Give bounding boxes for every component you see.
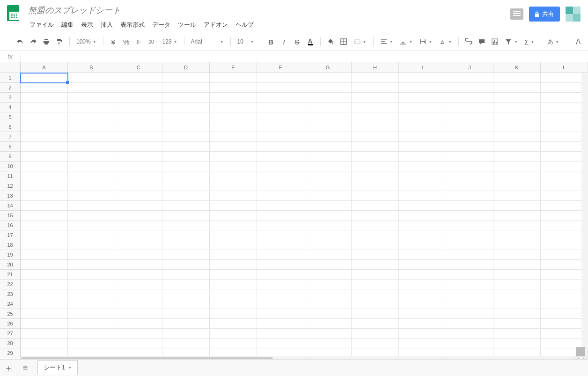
row-header-15[interactable]: 15 — [0, 211, 20, 221]
cell-B3[interactable] — [68, 93, 115, 103]
font-size-combo[interactable]: 10▼ — [235, 36, 257, 48]
cell-C19[interactable] — [115, 250, 162, 260]
cell-A24[interactable] — [21, 299, 68, 309]
borders-button[interactable] — [338, 36, 350, 48]
cell-K14[interactable] — [493, 201, 541, 211]
cell-F10[interactable] — [257, 162, 304, 171]
cell-E9[interactable] — [210, 152, 257, 162]
cell-B21[interactable] — [68, 270, 115, 280]
cell-D23[interactable] — [162, 289, 210, 299]
cell-E14[interactable] — [210, 201, 257, 211]
formula-input[interactable] — [21, 52, 588, 61]
cell-A7[interactable] — [21, 132, 68, 142]
cell-F20[interactable] — [257, 260, 304, 270]
cell-F6[interactable] — [257, 122, 304, 132]
cell-J4[interactable] — [446, 103, 493, 112]
cell-C25[interactable] — [115, 309, 162, 319]
cell-A18[interactable] — [21, 240, 68, 250]
cell-H25[interactable] — [352, 309, 399, 319]
cell-C16[interactable] — [115, 221, 162, 230]
cell-L19[interactable] — [541, 250, 588, 260]
cell-J8[interactable] — [446, 142, 493, 152]
cell-J25[interactable] — [446, 309, 493, 319]
cell-K27[interactable] — [493, 329, 541, 339]
cell-F19[interactable] — [257, 250, 304, 260]
cell-I18[interactable] — [399, 240, 446, 250]
cell-K20[interactable] — [493, 260, 541, 270]
row-header-17[interactable]: 17 — [0, 230, 20, 240]
cell-I24[interactable] — [399, 299, 446, 309]
cell-B22[interactable] — [68, 280, 115, 289]
cell-G22[interactable] — [304, 280, 352, 289]
cell-L3[interactable] — [541, 93, 588, 103]
cell-L11[interactable] — [541, 171, 588, 181]
cell-C22[interactable] — [115, 280, 162, 289]
cell-I16[interactable] — [399, 221, 446, 230]
cell-A5[interactable] — [21, 112, 68, 122]
cell-B28[interactable] — [68, 339, 115, 348]
cell-E17[interactable] — [210, 230, 257, 240]
cell-C3[interactable] — [115, 93, 162, 103]
cell-F13[interactable] — [257, 191, 304, 201]
cell-E11[interactable] — [210, 171, 257, 181]
row-header-10[interactable]: 10 — [0, 162, 20, 171]
cell-H11[interactable] — [352, 171, 399, 181]
add-sheet-button[interactable]: ＋ — [0, 360, 17, 376]
cell-F1[interactable] — [257, 73, 304, 83]
row-header-25[interactable]: 25 — [0, 309, 20, 319]
row-header-13[interactable]: 13 — [0, 191, 20, 201]
cell-B7[interactable] — [68, 132, 115, 142]
cell-K13[interactable] — [493, 191, 541, 201]
cell-A13[interactable] — [21, 191, 68, 201]
cell-F16[interactable] — [257, 221, 304, 230]
cell-B4[interactable] — [68, 103, 115, 112]
cell-J11[interactable] — [446, 171, 493, 181]
cell-B9[interactable] — [68, 152, 115, 162]
cell-J9[interactable] — [446, 152, 493, 162]
decrease-decimal-button[interactable]: .0← — [133, 36, 146, 48]
cell-F14[interactable] — [257, 201, 304, 211]
cell-A20[interactable] — [21, 260, 68, 270]
row-header-20[interactable]: 20 — [0, 260, 20, 270]
cell-C12[interactable] — [115, 181, 162, 191]
cell-K12[interactable] — [493, 181, 541, 191]
grid[interactable]: ABCDEFGHIJKL 123456789101112131415161718… — [0, 62, 588, 363]
cell-K21[interactable] — [493, 270, 541, 280]
cell-C9[interactable] — [115, 152, 162, 162]
cell-F23[interactable] — [257, 289, 304, 299]
cell-I28[interactable] — [399, 339, 446, 348]
cell-E5[interactable] — [210, 112, 257, 122]
row-header-12[interactable]: 12 — [0, 181, 20, 191]
cell-A4[interactable] — [21, 103, 68, 112]
cell-H6[interactable] — [352, 122, 399, 132]
ime-combo[interactable]: あ▼ — [545, 36, 562, 48]
col-header-H[interactable]: H — [352, 62, 399, 73]
cell-I10[interactable] — [399, 162, 446, 171]
col-header-K[interactable]: K — [493, 62, 541, 73]
cell-I11[interactable] — [399, 171, 446, 181]
cell-B20[interactable] — [68, 260, 115, 270]
cell-B1[interactable] — [68, 73, 115, 83]
cell-C8[interactable] — [115, 142, 162, 152]
cell-J19[interactable] — [446, 250, 493, 260]
cell-H1[interactable] — [352, 73, 399, 83]
cell-A21[interactable] — [21, 270, 68, 280]
cell-L7[interactable] — [541, 132, 588, 142]
cell-K3[interactable] — [493, 93, 541, 103]
cell-L9[interactable] — [541, 152, 588, 162]
row-header-9[interactable]: 9 — [0, 152, 20, 162]
cell-H5[interactable] — [352, 112, 399, 122]
cell-C4[interactable] — [115, 103, 162, 112]
cell-K26[interactable] — [493, 319, 541, 329]
cell-E4[interactable] — [210, 103, 257, 112]
cell-L5[interactable] — [541, 112, 588, 122]
cell-F22[interactable] — [257, 280, 304, 289]
cell-I13[interactable] — [399, 191, 446, 201]
row-header-8[interactable]: 8 — [0, 142, 20, 152]
cell-F17[interactable] — [257, 230, 304, 240]
cell-K23[interactable] — [493, 289, 541, 299]
redo-button[interactable] — [27, 36, 39, 48]
row-header-14[interactable]: 14 — [0, 201, 20, 211]
cell-E6[interactable] — [210, 122, 257, 132]
cell-D17[interactable] — [162, 230, 210, 240]
